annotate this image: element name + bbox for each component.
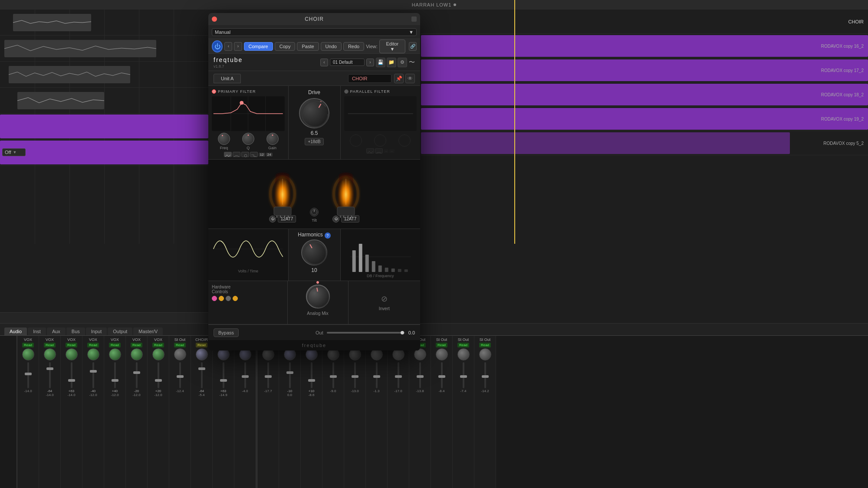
- nav-forward-button[interactable]: ›: [234, 42, 242, 51]
- choir-name-field[interactable]: CHOIR: [348, 74, 391, 83]
- window-close-button[interactable]: [212, 16, 217, 22]
- fader-handle-choir1[interactable]: [198, 367, 205, 370]
- fader-handle-7[interactable]: [155, 379, 162, 382]
- preset-nav-left[interactable]: ‹: [320, 59, 328, 66]
- bypass-button[interactable]: Bypass: [214, 328, 239, 337]
- filter-mode-3[interactable]: [241, 152, 249, 157]
- r-stout-handle-2[interactable]: [395, 375, 402, 378]
- link-button[interactable]: 🔗: [409, 42, 417, 51]
- copy-button[interactable]: Copy: [275, 42, 296, 51]
- unit-a-tab[interactable]: Unit A: [214, 74, 241, 83]
- filter-mode-4[interactable]: [250, 152, 258, 157]
- choir-pin-icon[interactable]: 📌: [394, 74, 404, 83]
- mixer-tab-output[interactable]: Output: [108, 328, 132, 335]
- analog-mix-knob[interactable]: [306, 285, 330, 308]
- read-btn-stout1[interactable]: Read: [174, 343, 186, 347]
- fader-handle-3[interactable]: [68, 379, 75, 382]
- parallel-filter-power[interactable]: [344, 89, 349, 94]
- tilt-knob[interactable]: [310, 208, 319, 216]
- primary-filter-power[interactable]: [212, 89, 216, 94]
- hw-dot-3[interactable]: [226, 296, 231, 301]
- r-stout-handle-3[interactable]: [417, 375, 424, 378]
- r-handle-3[interactable]: [308, 379, 315, 382]
- preset-nav-right[interactable]: ›: [366, 59, 374, 66]
- mixer-tab-bus[interactable]: Bus: [66, 328, 85, 335]
- out-slider-track[interactable]: [327, 332, 405, 334]
- r-stout-io-5[interactable]: [457, 348, 470, 360]
- mixer-tab-input[interactable]: Input: [86, 328, 107, 335]
- read-btn-1[interactable]: Read: [22, 343, 34, 347]
- read-btn-6[interactable]: Read: [131, 343, 142, 347]
- settings-button[interactable]: ⚙: [398, 58, 407, 67]
- mixer-tab-master[interactable]: Master/V: [133, 328, 163, 335]
- r-handle-4[interactable]: [330, 375, 337, 378]
- fader-handle-5[interactable]: [112, 379, 118, 382]
- nav-back-button[interactable]: ‹: [224, 42, 232, 51]
- filter-mode-2[interactable]: [233, 152, 240, 157]
- undo-button[interactable]: Undo: [321, 42, 342, 51]
- fader-handle-stout1[interactable]: [177, 375, 184, 378]
- fader-handle-4[interactable]: [90, 370, 97, 373]
- parallel-knob-2[interactable]: [374, 134, 386, 147]
- gain-knob[interactable]: [266, 133, 279, 145]
- fader-handle-6[interactable]: [133, 371, 140, 374]
- read-btn-2[interactable]: Read: [44, 343, 56, 347]
- q-knob[interactable]: [242, 133, 254, 145]
- out-slider-thumb[interactable]: [401, 331, 404, 334]
- drive-knob[interactable]: [299, 98, 329, 128]
- fader-handle-choir2[interactable]: [220, 379, 227, 382]
- filter-mode-1[interactable]: [224, 152, 232, 157]
- par-filter-mode-2[interactable]: [375, 148, 383, 154]
- r-stout-handle-1[interactable]: [373, 375, 380, 378]
- r-stout-handle-6[interactable]: [482, 375, 489, 378]
- freq-knob[interactable]: [218, 133, 230, 145]
- window-zoom-button[interactable]: [411, 16, 417, 22]
- fader-handle-ch[interactable]: [242, 375, 249, 378]
- par-filter-mode-1[interactable]: [366, 148, 374, 154]
- ch-io-btn-3[interactable]: [66, 348, 78, 360]
- r-stout-read-5[interactable]: Read: [457, 343, 469, 347]
- preset-dropdown[interactable]: Manual ▼: [212, 28, 417, 36]
- off-dropdown[interactable]: Off ▼: [2, 148, 26, 156]
- save-button[interactable]: 💾: [376, 58, 385, 67]
- mixer-tab-aux[interactable]: Aux: [47, 328, 66, 335]
- r-stout-io-6[interactable]: [479, 348, 491, 360]
- compare-button[interactable]: Compare: [244, 42, 273, 51]
- r-stout-io-4[interactable]: [436, 348, 448, 360]
- r-stout-read-4[interactable]: Read: [436, 343, 447, 347]
- ch-io-btn-choir1[interactable]: [196, 348, 208, 360]
- preset-name-field[interactable]: 01 Default: [330, 59, 365, 66]
- ch-io-btn-6[interactable]: [131, 348, 143, 360]
- fader-handle-1[interactable]: [25, 373, 32, 375]
- read-btn-choir1[interactable]: Read: [196, 343, 207, 347]
- choir-eye-icon[interactable]: 👁: [405, 74, 415, 83]
- read-btn-7[interactable]: Read: [152, 343, 164, 347]
- parallel-knob-3[interactable]: [398, 134, 411, 147]
- r-stout-handle-4[interactable]: [438, 375, 445, 378]
- ch-io-btn-stout1[interactable]: [174, 348, 186, 360]
- r-stout-read-6[interactable]: Read: [479, 343, 491, 347]
- power-button[interactable]: ⏻: [212, 40, 223, 52]
- harmonics-knob[interactable]: [301, 239, 327, 265]
- view-editor-button[interactable]: Editor ▼: [379, 39, 405, 53]
- read-btn-5[interactable]: Read: [109, 343, 121, 347]
- mixer-tab-inst[interactable]: Inst: [28, 328, 46, 335]
- r-handle-1[interactable]: [265, 375, 272, 378]
- read-btn-4[interactable]: Read: [87, 343, 99, 347]
- ch-io-btn-7[interactable]: [152, 348, 164, 360]
- ch-io-btn-5[interactable]: [109, 348, 121, 360]
- parallel-knob-1[interactable]: [350, 134, 362, 147]
- hw-dot-1[interactable]: [212, 296, 217, 301]
- r-handle-2[interactable]: [286, 371, 293, 374]
- redo-button[interactable]: Redo: [343, 42, 364, 51]
- ch-io-btn-4[interactable]: [87, 348, 99, 360]
- ch-io-btn-2[interactable]: [44, 348, 56, 360]
- fader-handle-2[interactable]: [46, 367, 53, 370]
- paste-button[interactable]: Paste: [297, 42, 319, 51]
- r-handle-5[interactable]: [352, 375, 358, 378]
- harmonics-help-icon[interactable]: ?: [325, 233, 331, 239]
- ch-io-btn-1[interactable]: [22, 348, 34, 360]
- r-stout-handle-5[interactable]: [460, 375, 467, 378]
- load-button[interactable]: 📁: [387, 58, 396, 67]
- hw-dot-4[interactable]: [233, 296, 238, 301]
